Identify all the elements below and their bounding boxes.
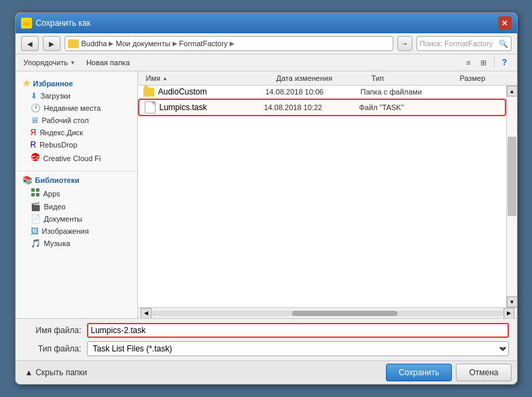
filename-label: Имя файла:: [24, 326, 82, 335]
table-row[interactable]: AudioCustom 14.08.2018 10:06 Папка с фай…: [138, 86, 506, 99]
music-icon: 🎵: [31, 239, 41, 248]
folder-icon: [143, 88, 154, 97]
libraries-icon: 📚: [22, 175, 33, 185]
help-button[interactable]: ?: [498, 56, 512, 69]
save-button[interactable]: Сохранить: [386, 364, 453, 381]
sidebar-item-label: Видео: [44, 203, 66, 211]
file-name: AudioCustom: [158, 87, 207, 97]
video-icon: 🎬: [31, 202, 41, 211]
cancel-button[interactable]: Отмена: [456, 364, 511, 381]
new-folder-button[interactable]: Новая папка: [84, 57, 132, 68]
address-folder-icon: [68, 39, 79, 48]
sidebar-item-documents[interactable]: 📄 Документы: [16, 213, 137, 225]
sidebar-item-recent[interactable]: 🕐 Недавние места: [16, 102, 137, 114]
sidebar-item-yandex[interactable]: Я Яндекс.Диск: [16, 126, 137, 139]
back-button[interactable]: ◀: [21, 36, 39, 51]
sidebar-item-label: Рабочий стол: [42, 116, 89, 124]
filename-row: Имя файла:: [24, 323, 509, 338]
hide-folders-label: Скрыть папки: [35, 368, 87, 377]
file-type: Файл "TASK": [357, 103, 445, 111]
desktop-icon: 🖥: [31, 116, 39, 125]
favorites-section: ★ Избранное ⬇ Загрузки 🕐 Недавние места …: [16, 77, 137, 165]
file-type: Папка с файлами: [358, 88, 446, 96]
bottom-form: Имя файла: Тип файла: Task List Files (*…: [16, 318, 517, 360]
nav-toolbar: ◀ ▶ Buddha ▶ Мои документы ▶ FormatFacto…: [16, 33, 517, 54]
hscroll-left-button[interactable]: ◀: [141, 308, 152, 319]
col-type[interactable]: Тип: [369, 73, 457, 84]
hscroll-track[interactable]: [152, 311, 503, 316]
col-size[interactable]: Размер: [457, 73, 512, 84]
scroll-track[interactable]: [507, 97, 517, 296]
file-list-container: AudioCustom 14.08.2018 10:06 Папка с фай…: [138, 86, 517, 307]
images-icon: 🖼: [31, 226, 39, 236]
scroll-down-button[interactable]: ▼: [507, 296, 517, 307]
search-placeholder: Поиск: FormatFactory: [420, 39, 499, 48]
file-date: 14.08.2018 10:22: [262, 103, 357, 111]
apps-icon: [31, 188, 40, 199]
sidebar-item-apps[interactable]: Apps: [16, 186, 137, 201]
sidebar-item-downloads[interactable]: ⬇ Загрузки: [16, 90, 137, 102]
hide-folders-icon: ▲: [25, 368, 33, 377]
sidebar-item-label: Creative Cloud Fi: [43, 154, 101, 162]
organize-dropdown-arrow: ▼: [70, 60, 75, 66]
action-buttons: Сохранить Отмена: [386, 364, 512, 381]
rebus-icon: R: [31, 140, 37, 150]
favorites-label: Избранное: [33, 80, 73, 88]
file-name: Lumpics.task: [160, 103, 207, 112]
col-name[interactable]: Имя ▲: [143, 73, 274, 84]
hscroll-right-button[interactable]: ▶: [503, 308, 514, 319]
sidebar-item-label: Музыка: [44, 239, 71, 247]
hscroll-thumb[interactable]: [292, 311, 397, 316]
recent-icon: 🕐: [31, 103, 41, 113]
search-icon[interactable]: 🔍: [499, 39, 508, 48]
filetype-select-wrapper: Task List Files (*.task) ▼: [87, 341, 509, 356]
hide-folders-button[interactable]: ▲ Скрыть папки: [21, 366, 92, 379]
organize-label: Упорядочить: [24, 58, 68, 67]
dialog-icon: [21, 18, 32, 29]
yandex-icon: Я: [31, 128, 37, 137]
horizontal-scrollbar[interactable]: ◀ ▶: [138, 307, 517, 318]
sidebar-item-video[interactable]: 🎬 Видео: [16, 201, 137, 213]
view-details-button[interactable]: ≡: [462, 56, 476, 69]
scroll-thumb[interactable]: [508, 137, 516, 217]
sort-arrow: ▲: [162, 75, 168, 82]
file-name-cell: AudioCustom: [143, 87, 263, 97]
file-name-cell: Lumpics.task: [145, 101, 262, 114]
table-row[interactable]: Lumpics.task 14.08.2018 10:22 Файл "TASK…: [138, 99, 506, 116]
path-arrow1: ▶: [109, 40, 113, 47]
sidebar-item-cc[interactable]: Cc Creative Cloud Fi: [16, 151, 137, 165]
filename-input[interactable]: [87, 323, 509, 338]
sidebar-item-desktop[interactable]: 🖥 Рабочий стол: [16, 114, 137, 126]
sidebar-divider: [16, 171, 137, 171]
dialog-title: Сохранить как: [36, 18, 498, 28]
col-date[interactable]: Дата изменения: [274, 73, 369, 84]
svg-rect-6: [31, 193, 35, 196]
svg-text:Cc: Cc: [31, 154, 39, 161]
go-button[interactable]: →: [397, 36, 412, 51]
filetype-select[interactable]: Task List Files (*.task): [87, 341, 509, 356]
close-button[interactable]: ✕: [498, 16, 512, 30]
sidebar-item-rebus[interactable]: R RebusDrop: [16, 139, 137, 151]
view-icons: ≡ ⊞ ?: [462, 56, 512, 69]
scroll-up-button[interactable]: ▲: [507, 86, 517, 97]
favorites-header[interactable]: ★ Избранное: [16, 77, 137, 90]
address-bar[interactable]: Buddha ▶ Мои документы ▶ FormatFactory ▶: [65, 36, 393, 51]
file-list: AudioCustom 14.08.2018 10:06 Папка с фай…: [138, 86, 506, 307]
sidebar-item-music[interactable]: 🎵 Музыка: [16, 237, 137, 249]
sidebar-item-label: Изображения: [42, 227, 89, 235]
forward-button[interactable]: ▶: [43, 36, 60, 51]
path-part3: FormatFactory: [179, 39, 228, 48]
search-bar[interactable]: Поиск: FormatFactory 🔍: [416, 36, 512, 51]
sidebar: ★ Избранное ⬇ Загрузки 🕐 Недавние места …: [16, 71, 138, 318]
organize-button[interactable]: Упорядочить ▼: [21, 57, 78, 68]
libraries-header[interactable]: 📚 Библиотеки: [16, 174, 137, 186]
vertical-scrollbar[interactable]: ▲ ▼: [506, 86, 517, 307]
sidebar-item-images[interactable]: 🖼 Изображения: [16, 225, 137, 237]
path-arrow2: ▶: [173, 40, 177, 47]
sidebar-item-label: Документы: [44, 215, 83, 223]
view-tiles-button[interactable]: ⊞: [477, 56, 491, 69]
sidebar-item-label: Apps: [43, 190, 60, 198]
task-file-icon: [145, 101, 156, 114]
action-bar: Упорядочить ▼ Новая папка ≡ ⊞ ?: [16, 54, 517, 71]
address-path: Buddha ▶ Мои документы ▶ FormatFactory ▶: [82, 39, 235, 48]
